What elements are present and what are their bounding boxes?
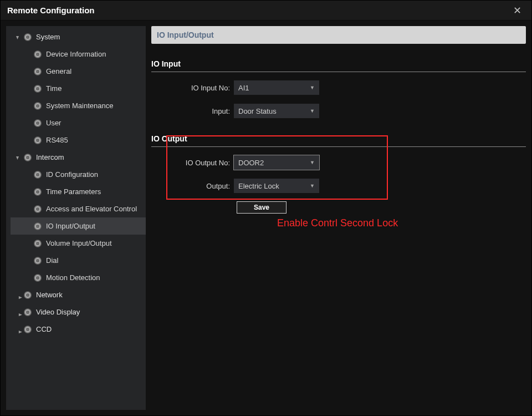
- annotation-text: Enable Contrl Second Lock: [277, 217, 398, 229]
- sidebar-item-label: IO Input/Output: [46, 222, 95, 230]
- sidebar-item-motion-detection[interactable]: Motion Detection: [11, 269, 146, 286]
- sidebar-item-label: RS485: [46, 136, 68, 144]
- dropdown-value: Door Status: [238, 107, 277, 115]
- sidebar-item-rs485[interactable]: RS485: [11, 131, 146, 149]
- section-io-output-title: IO Output: [151, 134, 526, 147]
- close-icon[interactable]: ✕: [510, 2, 525, 19]
- gear-icon: [34, 136, 42, 144]
- page-header: IO Input/Output: [151, 26, 526, 44]
- sidebar-item-label: ID Configuration: [46, 170, 98, 179]
- sidebar-group-system[interactable]: ▾ System: [6, 28, 146, 45]
- gear-icon: [34, 274, 42, 282]
- gear-icon: [34, 240, 42, 247]
- sidebar-item-time[interactable]: Time: [11, 80, 146, 97]
- sidebar-item-label: General: [46, 67, 71, 75]
- sidebar-group-ccd[interactable]: ▾ CCD: [6, 321, 146, 338]
- gear-icon: [34, 102, 42, 110]
- output-type-label: Output:: [151, 182, 233, 190]
- section-io-input-title: IO Input: [151, 59, 526, 72]
- gear-icon: [24, 308, 32, 316]
- gear-icon: [34, 171, 42, 179]
- chevron-right-icon: ▾: [16, 308, 23, 316]
- caret-down-icon: ▼: [310, 85, 315, 90]
- sidebar-item-label: Time: [46, 84, 62, 93]
- caret-down-icon: ▼: [310, 160, 315, 165]
- sidebar-item-label: Time Parameters: [46, 187, 101, 196]
- sidebar-item-label: Dial: [46, 256, 58, 265]
- input-type-label: Input:: [151, 107, 233, 115]
- gear-icon: [34, 222, 42, 230]
- sidebar-group-label: CCD: [36, 325, 52, 333]
- sidebar-item-volume-input-output[interactable]: Volume Input/Output: [11, 235, 146, 252]
- input-type-dropdown[interactable]: Door Status ▼: [233, 103, 320, 119]
- gear-icon: [24, 291, 32, 299]
- window-title: Remote Configuration: [7, 6, 95, 15]
- dropdown-value: AI1: [238, 84, 249, 92]
- gear-icon: [34, 68, 42, 75]
- dropdown-value: DOOR2: [238, 159, 264, 167]
- sidebar-group-video-display[interactable]: ▾ Video Display: [6, 303, 146, 321]
- io-output-no-dropdown[interactable]: DOOR2 ▼: [233, 155, 320, 170]
- sidebar-item-id-configuration[interactable]: ID Configuration: [11, 166, 146, 183]
- gear-icon: [34, 85, 42, 93]
- chevron-down-icon: ▾: [16, 33, 24, 40]
- sidebar-group-label: Video Display: [36, 308, 80, 316]
- output-type-dropdown[interactable]: Electric Lock ▼: [233, 178, 320, 194]
- sidebar-item-label: Device Information: [46, 50, 106, 58]
- gear-icon: [34, 205, 42, 213]
- gear-icon: [24, 326, 32, 333]
- chevron-right-icon: ▾: [16, 326, 23, 333]
- gear-icon: [24, 33, 32, 41]
- gear-icon: [34, 257, 42, 265]
- gear-icon: [34, 119, 42, 127]
- sidebar-group-label: System: [36, 33, 60, 41]
- caret-down-icon: ▼: [310, 108, 315, 114]
- save-button[interactable]: Save: [237, 201, 287, 214]
- sidebar-item-label: System Maintenance: [46, 102, 113, 110]
- caret-down-icon: ▼: [310, 183, 315, 189]
- sidebar-item-system-maintenance[interactable]: System Maintenance: [11, 97, 146, 114]
- dropdown-value: Electric Lock: [238, 182, 279, 190]
- main-panel: IO Input/Output IO Input IO Input No: AI…: [151, 26, 526, 410]
- chevron-down-icon: ▾: [16, 154, 24, 161]
- sidebar-item-access-elevator-control[interactable]: Access and Elevator Control: [11, 200, 146, 217]
- sidebar-group-label: Intercom: [36, 153, 64, 161]
- sidebar-item-label: User: [46, 119, 61, 127]
- sidebar-item-user[interactable]: User: [11, 114, 146, 131]
- sidebar-item-device-information[interactable]: Device Information: [11, 45, 146, 63]
- sidebar-group-label: Network: [36, 291, 63, 299]
- io-output-no-label: IO Output No:: [151, 159, 233, 167]
- titlebar: Remote Configuration ✕: [1, 1, 531, 21]
- gear-icon: [24, 154, 32, 161]
- sidebar: ▾ System Device Information General Time: [6, 26, 146, 410]
- sidebar-item-general[interactable]: General: [11, 63, 146, 80]
- sidebar-group-intercom[interactable]: ▾ Intercom: [6, 149, 146, 166]
- io-input-no-dropdown[interactable]: AI1 ▼: [233, 80, 320, 95]
- chevron-right-icon: ▾: [16, 291, 23, 299]
- io-input-no-label: IO Input No:: [151, 84, 233, 92]
- gear-icon: [34, 50, 42, 58]
- sidebar-item-io-input-output[interactable]: IO Input/Output: [11, 217, 146, 235]
- sidebar-item-label: Volume Input/Output: [46, 239, 112, 247]
- sidebar-item-time-parameters[interactable]: Time Parameters: [11, 183, 146, 200]
- sidebar-group-network[interactable]: ▾ Network: [6, 286, 146, 303]
- sidebar-item-label: Motion Detection: [46, 273, 100, 282]
- sidebar-item-label: Access and Elevator Control: [46, 205, 137, 213]
- sidebar-item-dial[interactable]: Dial: [11, 252, 146, 269]
- gear-icon: [34, 188, 42, 196]
